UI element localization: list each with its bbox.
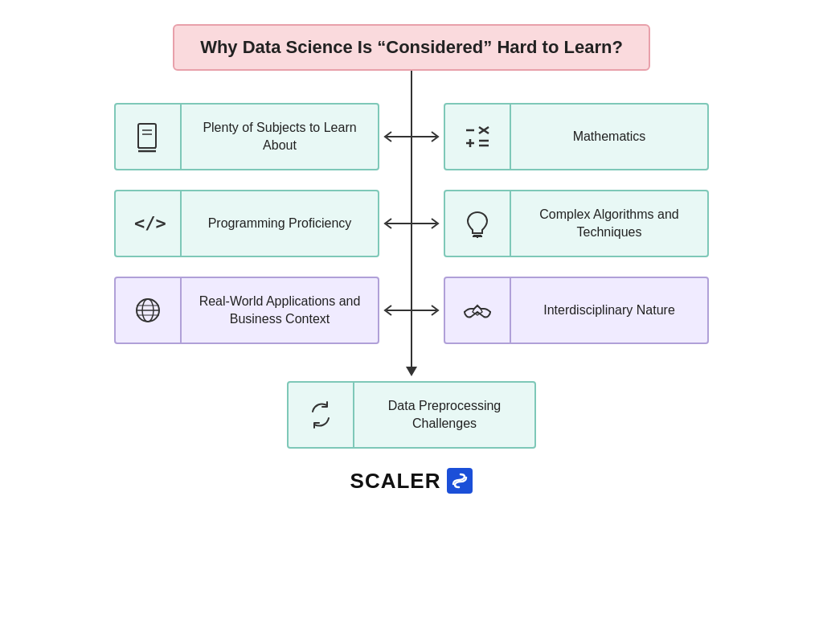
title-box: Why Data Science Is “Considered” Hard to…	[173, 24, 650, 71]
bulb-icon-area	[445, 191, 511, 256]
refresh-icon	[303, 397, 338, 433]
interdisciplinary-text: Interdisciplinary Nature	[511, 295, 707, 326]
title-connector	[411, 71, 412, 93]
mathematics-text: Mathematics	[511, 121, 707, 152]
bidirectional-arrow-3	[380, 301, 443, 319]
card-interdisciplinary: Interdisciplinary Nature	[444, 277, 709, 344]
card-algorithms: Complex Algorithms and Techniques	[444, 190, 709, 257]
scaler-name: SCALER	[350, 469, 441, 494]
math-icon	[460, 119, 495, 154]
book-icon	[130, 119, 166, 154]
svg-rect-0	[138, 124, 156, 148]
algorithms-text: Complex Algorithms and Techniques	[511, 199, 707, 247]
globe-icon-area	[116, 278, 182, 343]
row-2: </> Programming Proficiency	[50, 190, 773, 257]
bulb-icon	[460, 206, 495, 241]
bottom-area: Data Preprocessing Challenges	[287, 381, 536, 449]
code-icon: </>	[130, 206, 166, 241]
arrow-h-2	[379, 215, 444, 232]
refresh-icon-area	[289, 383, 354, 447]
bidirectional-arrow-1	[380, 128, 443, 146]
programming-text: Programming Proficiency	[182, 208, 378, 239]
code-icon-area: </>	[116, 191, 182, 256]
card-mathematics: Mathematics	[444, 103, 709, 170]
preprocessing-text: Data Preprocessing Challenges	[354, 391, 534, 438]
subjects-text: Plenty of Subjects to Learn About	[182, 113, 378, 160]
handshake-icon	[460, 293, 495, 328]
card-subjects: Plenty of Subjects to Learn About	[114, 103, 379, 170]
arrow-h-1	[379, 128, 444, 146]
row-3: Real-World Applications and Business Con…	[50, 277, 773, 344]
card-programming: </> Programming Proficiency	[114, 190, 379, 257]
handshake-icon-area	[445, 278, 511, 343]
main-container: Why Data Science Is “Considered” Hard to…	[26, 0, 797, 494]
spine-arrow	[406, 367, 417, 376]
book-icon-area	[116, 105, 182, 169]
math-icon-area	[445, 105, 511, 169]
rows-area: Plenty of Subjects to Learn About	[50, 93, 773, 367]
svg-text:</>: </>	[134, 213, 166, 233]
title-text: Why Data Science Is “Considered” Hard to…	[200, 37, 623, 57]
scaler-logo-icon	[447, 468, 473, 494]
row-1: Plenty of Subjects to Learn About	[50, 103, 773, 170]
card-realworld: Real-World Applications and Business Con…	[114, 277, 379, 344]
arrow-h-3	[379, 301, 444, 319]
globe-icon	[130, 293, 166, 328]
bidirectional-arrow-2	[380, 215, 443, 232]
card-preprocessing: Data Preprocessing Challenges	[287, 381, 536, 449]
realworld-text: Real-World Applications and Business Con…	[182, 286, 378, 334]
scaler-brand: SCALER	[350, 468, 473, 494]
